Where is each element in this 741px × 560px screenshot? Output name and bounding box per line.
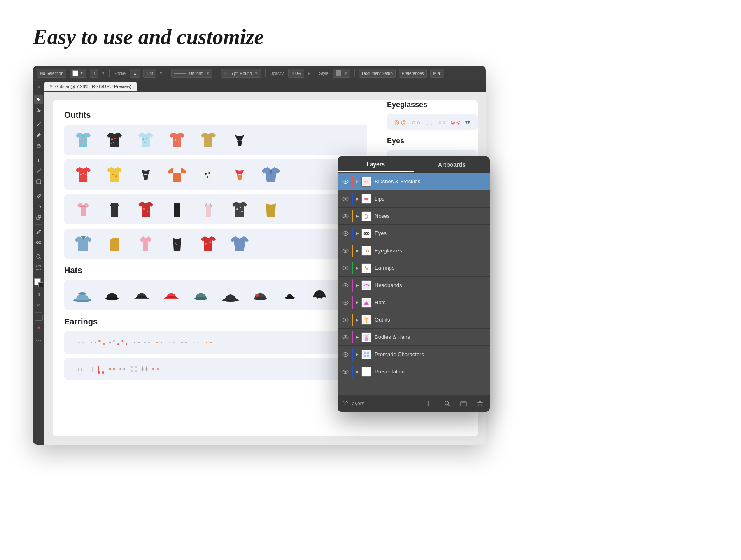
more-tools[interactable]: ··· <box>36 337 42 343</box>
layer-chevron-noses[interactable]: ▶ <box>356 214 359 218</box>
layer-name-lips: Lips <box>375 196 487 202</box>
layer-row-premade[interactable]: ▶ Premade Characters <box>338 346 490 363</box>
tab-layers[interactable]: Layers <box>338 158 414 172</box>
layer-chevron-outfits[interactable]: ▶ <box>356 317 359 322</box>
layer-row-bodies[interactable]: ▶ Bodies & Hairs <box>338 329 490 346</box>
tab-artboards[interactable]: Artboards <box>414 158 490 171</box>
type-tool[interactable]: T <box>34 156 43 165</box>
layer-row-blushes[interactable]: ▶ Blushes & Freckles <box>338 173 490 190</box>
svg-point-140 <box>345 215 347 217</box>
layer-row-outfits[interactable]: ▶ Outfits <box>338 311 490 329</box>
eraser-tool[interactable] <box>34 141 43 150</box>
layer-eye-eyes[interactable] <box>341 229 350 238</box>
svg-point-94 <box>98 371 100 374</box>
collapse-btn[interactable]: » <box>37 83 40 90</box>
svg-point-58 <box>254 297 267 300</box>
layer-row-noses[interactable]: ▶ Noses <box>338 208 490 225</box>
layer-chevron-earrings[interactable]: ▶ <box>356 266 359 270</box>
svg-point-172 <box>345 336 347 338</box>
outfit-item-25 <box>196 233 221 254</box>
layer-row-eyeglasses[interactable]: ▶ Eyeglasses <box>338 242 490 259</box>
fill-mode-icon[interactable] <box>35 315 43 321</box>
preferences-btn[interactable]: Preferences <box>399 69 427 78</box>
svg-line-5 <box>37 169 41 173</box>
layer-row-lips[interactable]: ▶ Lips <box>338 190 490 208</box>
zoom-tool[interactable] <box>34 252 43 261</box>
sep2 <box>167 69 167 77</box>
layer-chevron-eyeglasses[interactable]: ▶ <box>356 248 359 253</box>
close-tab-icon[interactable]: ✕ <box>49 84 53 89</box>
selection-tool[interactable] <box>34 95 43 104</box>
blend-tool[interactable] <box>34 238 43 247</box>
layer-row-headbands[interactable]: ▶ Headbands <box>338 277 490 294</box>
layer-thumb-lips <box>361 194 371 204</box>
layer-eye-hats[interactable] <box>341 298 350 307</box>
layer-row-earrings[interactable]: ▶ Earrings <box>338 259 490 277</box>
layer-chevron-eyes[interactable]: ▶ <box>356 231 359 236</box>
svg-point-95 <box>102 371 104 374</box>
outfit-item-17 <box>165 199 189 219</box>
outfits-title: Outfits <box>64 110 367 120</box>
layer-thumb-hats <box>361 298 371 308</box>
outfit-row-4 <box>64 229 367 259</box>
layer-name-bodies: Bodies & Hairs <box>375 334 487 340</box>
layer-eye-earrings[interactable] <box>341 264 350 273</box>
pen-tool[interactable] <box>34 120 43 129</box>
direct-selection-tool[interactable] <box>34 105 43 114</box>
layer-eye-presentation[interactable] <box>341 367 350 376</box>
stroke-up[interactable]: ▲ <box>130 69 140 78</box>
svg-point-186 <box>445 401 449 405</box>
layer-eye-blushes[interactable] <box>341 177 350 186</box>
sep1 <box>109 69 110 77</box>
layer-eye-outfits[interactable] <box>341 315 350 324</box>
document-setup-btn[interactable]: Document Setup <box>359 69 396 78</box>
layer-eye-eyeglasses[interactable] <box>341 246 350 255</box>
pencil-tool[interactable] <box>34 131 43 140</box>
none-icon[interactable]: ⊘ <box>34 301 43 310</box>
search-layers-icon[interactable] <box>442 399 452 408</box>
layer-eye-noses[interactable] <box>341 212 350 221</box>
view-mode-icon[interactable]: ■ <box>34 322 43 331</box>
svg-point-45 <box>236 208 238 210</box>
color-boxes[interactable] <box>34 278 43 287</box>
switch-colors-icon[interactable]: ⇅ <box>34 290 43 299</box>
earrings-title: Earrings <box>64 317 367 327</box>
svg-point-132 <box>345 180 347 182</box>
svg-point-148 <box>367 233 368 234</box>
layer-color-outfits <box>352 314 353 326</box>
rotate-tool[interactable] <box>34 202 43 211</box>
layer-chevron-blushes[interactable]: ▶ <box>356 179 359 184</box>
new-layer-from-selection-icon[interactable] <box>426 399 436 408</box>
layer-chevron-lips[interactable]: ▶ <box>356 196 359 201</box>
layer-name-hats: Hats <box>375 299 487 306</box>
layer-chevron-headbands[interactable]: ▶ <box>356 283 359 287</box>
delete-layer-icon[interactable] <box>475 399 485 408</box>
artboard-tool[interactable] <box>34 263 43 272</box>
svg-point-82 <box>181 342 183 343</box>
paintbrush-tool[interactable] <box>34 191 43 201</box>
scale-tool[interactable] <box>34 213 43 222</box>
shape-tool[interactable] <box>34 177 43 186</box>
layer-chevron-premade[interactable]: ▶ <box>356 352 359 357</box>
layer-eye-premade[interactable] <box>341 350 350 359</box>
create-layer-icon[interactable] <box>459 399 468 408</box>
file-tab[interactable]: ✕ Girls.ai @ 7.28% (RGB/GPU Preview) <box>44 82 137 91</box>
layer-row-eyes[interactable]: ▶ Eyes <box>338 225 490 242</box>
hat-item-8 <box>278 285 301 306</box>
outfit-item-10 <box>165 164 189 185</box>
layer-eye-lips[interactable] <box>341 194 350 203</box>
eyedropper-tool[interactable] <box>34 227 43 236</box>
align-btn[interactable]: ⊞ ▼ <box>430 69 445 78</box>
ai-toolbar: No Selection ▼ B ▼ Stroke: ▲ 1 pt ▼ Unif… <box>33 66 486 81</box>
layer-chevron-presentation[interactable]: ▶ <box>356 369 359 374</box>
round-item: 5 pt. Round ▼ <box>221 69 261 78</box>
line-tool[interactable] <box>34 166 43 175</box>
layer-chevron-bodies[interactable]: ▶ <box>356 335 359 339</box>
layer-thumb-eyeglasses <box>361 246 371 256</box>
layer-row-presentation[interactable]: ▶ Presentation <box>338 363 490 380</box>
layer-chevron-hats[interactable]: ▶ <box>356 300 359 305</box>
layer-eye-headbands[interactable] <box>341 281 350 290</box>
layer-row-hats[interactable]: ▶ Hats <box>338 294 490 311</box>
layer-eye-bodies[interactable] <box>341 333 350 342</box>
svg-point-80 <box>169 342 170 343</box>
